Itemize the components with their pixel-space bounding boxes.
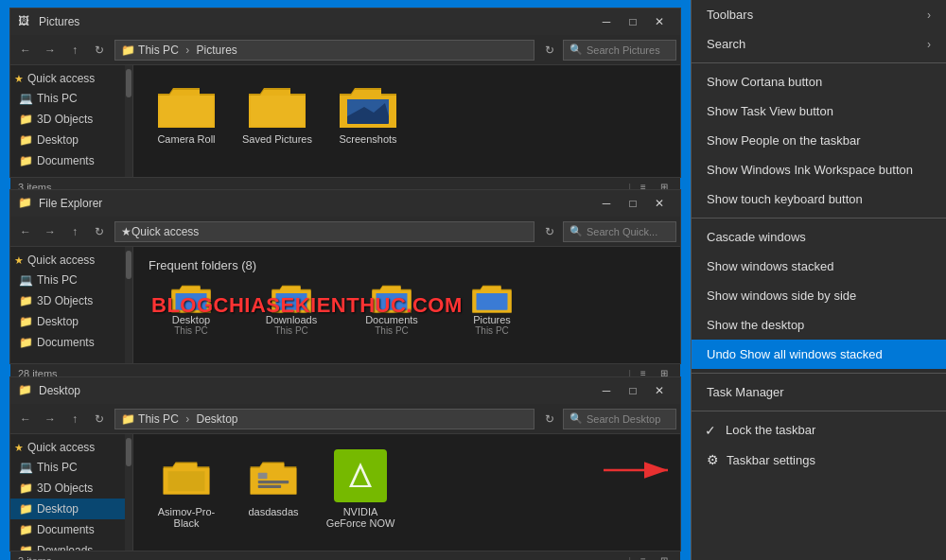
explorer-minimize-btn[interactable]: ─ bbox=[593, 190, 620, 217]
frequent-folder-downloads[interactable]: Downloads This PC bbox=[249, 280, 334, 336]
desktop-list-view-btn[interactable]: ≡ bbox=[635, 552, 652, 561]
desktop-address-bar[interactable]: 📁 This PC › Desktop bbox=[114, 409, 534, 429]
desktop-sidebar-quick-access[interactable]: ★ Quick access bbox=[10, 438, 132, 457]
menu-item-ink-workspace[interactable]: Show Windows Ink Workspace button bbox=[692, 155, 946, 184]
pictures-forward-btn[interactable]: → bbox=[39, 39, 61, 61]
menu-item-search[interactable]: Search › bbox=[692, 29, 946, 59]
pictures-window-icon: 🖼 bbox=[18, 14, 33, 29]
toolbars-arrow-icon: › bbox=[927, 9, 931, 22]
frequent-documents-sub: This PC bbox=[375, 325, 409, 336]
menu-item-task-manager[interactable]: Task Manager bbox=[692, 377, 946, 407]
explorer-sidebar-3dobjects[interactable]: 📁 3D Objects bbox=[10, 290, 132, 311]
pictures-refresh-btn[interactable]: ↻ bbox=[88, 39, 111, 61]
svg-rect-3 bbox=[176, 293, 207, 310]
menu-item-undo-stacked[interactable]: Undo Show all windows stacked bbox=[692, 340, 946, 369]
menu-search-label: Search bbox=[707, 37, 745, 51]
dasdasdas-folder-icon bbox=[247, 449, 300, 502]
desktop-search[interactable]: 🔍 Search Desktop bbox=[563, 409, 676, 429]
pictures-window-title: Pictures bbox=[39, 15, 79, 28]
explorer-address-refresh[interactable]: ↻ bbox=[538, 220, 561, 243]
sidebar-item-thispc[interactable]: 💻 This PC bbox=[10, 88, 132, 109]
desktop-up-btn[interactable]: ↑ bbox=[63, 408, 86, 430]
desktop-sidebar-downloads[interactable]: 📁 Downloads bbox=[10, 540, 132, 551]
explorer-sidebar-desktop[interactable]: 📁 Desktop bbox=[10, 311, 132, 332]
explorer-search[interactable]: 🔍 Search Quick... bbox=[563, 221, 676, 242]
desktop-back-btn[interactable]: ← bbox=[14, 408, 37, 430]
desktop-view-controls: | ≡ ⊞ bbox=[628, 552, 673, 561]
menu-item-side-by-side[interactable]: Show windows side by side bbox=[692, 281, 946, 310]
desktop-grid-view-btn[interactable]: ⊞ bbox=[656, 552, 673, 561]
menu-item-show-desktop[interactable]: Show the desktop bbox=[692, 310, 946, 340]
frequent-folder-desktop[interactable]: Desktop This PC bbox=[149, 280, 234, 336]
explorer-sidebar-quick-access[interactable]: ★ Quick access bbox=[10, 251, 132, 270]
desktop-search-placeholder: Search Desktop bbox=[587, 413, 660, 425]
explorer-up-btn[interactable]: ↑ bbox=[63, 220, 86, 243]
pictures-address-refresh[interactable]: ↻ bbox=[538, 39, 561, 61]
desktop-refresh-btn[interactable]: ↻ bbox=[88, 408, 111, 430]
pictures-search-placeholder: Search Pictures bbox=[587, 44, 660, 56]
sidebar-quick-access[interactable]: ★ Quick access bbox=[10, 69, 132, 88]
menu-item-people[interactable]: Show People on the taskbar bbox=[692, 126, 946, 155]
menu-item-stacked[interactable]: Show windows stacked bbox=[692, 252, 946, 281]
desktop-minimize-btn[interactable]: ─ bbox=[593, 377, 620, 404]
desktop-sidebar: ★ Quick access 💻 This PC 📁 3D Objects 📁 … bbox=[10, 434, 133, 551]
sidebar-item-3dobjects-label: 3D Objects bbox=[37, 113, 93, 126]
menu-item-touch-keyboard[interactable]: Show touch keyboard button bbox=[692, 184, 946, 214]
desktop-item-count: 3 items bbox=[18, 555, 51, 561]
menu-item-cortana[interactable]: Show Cortana button bbox=[692, 67, 946, 96]
explorer-forward-btn[interactable]: → bbox=[39, 220, 61, 243]
menu-task-manager-label: Task Manager bbox=[707, 385, 784, 399]
desktop-sidebar-desktop[interactable]: 📁 Desktop bbox=[10, 499, 132, 519]
folder-screenshots[interactable]: Screenshots bbox=[330, 80, 406, 145]
desktop-maximize-btn[interactable]: □ bbox=[620, 377, 646, 404]
desktop-item-nvidia[interactable]: NVIDIA GeForce NOW bbox=[323, 449, 398, 529]
desktop-forward-btn[interactable]: → bbox=[39, 408, 61, 430]
explorer-sidebar-thispc[interactable]: 💻 This PC bbox=[10, 270, 132, 290]
explorer-close-btn[interactable]: ✕ bbox=[646, 190, 673, 217]
desktop-item-asimov[interactable]: Asimov-Pro-Black bbox=[149, 449, 224, 529]
menu-side-label: Show windows side by side bbox=[707, 289, 856, 303]
sidebar-item-3dobjects[interactable]: 📁 3D Objects bbox=[10, 109, 132, 130]
desktop-sidebar-thispc[interactable]: 💻 This PC bbox=[10, 457, 132, 478]
explorer-refresh-btn[interactable]: ↻ bbox=[88, 220, 111, 243]
desktop-sidebar-3dobjects[interactable]: 📁 3D Objects bbox=[10, 478, 132, 499]
desktop-close-btn[interactable]: ✕ bbox=[646, 377, 673, 404]
pictures-minimize-btn[interactable]: ─ bbox=[593, 9, 620, 35]
pictures-window-controls: ─ □ ✕ bbox=[593, 9, 673, 35]
pictures-close-btn[interactable]: ✕ bbox=[646, 9, 673, 35]
menu-item-taskview[interactable]: Show Task View button bbox=[692, 96, 946, 126]
frequent-pictures-icon bbox=[471, 280, 513, 314]
pictures-up-btn[interactable]: ↑ bbox=[63, 39, 86, 61]
desktop-address-refresh[interactable]: ↻ bbox=[538, 408, 561, 430]
menu-item-lock-taskbar[interactable]: ✓ Lock the taskbar bbox=[692, 415, 946, 445]
menu-sep-1 bbox=[692, 62, 946, 63]
menu-item-cascade[interactable]: Cascade windows bbox=[692, 222, 946, 252]
desktop-item-dasdasdas[interactable]: dasdasdas bbox=[236, 449, 311, 529]
folder-saved-pictures[interactable]: Saved Pictures bbox=[239, 80, 315, 145]
pictures-search[interactable]: 🔍 Search Pictures bbox=[563, 40, 676, 61]
saved-pictures-label: Saved Pictures bbox=[242, 133, 312, 145]
explorer-sidebar: ★ Quick access 💻 This PC 📁 3D Objects 📁 … bbox=[10, 247, 133, 363]
menu-item-taskbar-settings[interactable]: ⚙ Taskbar settings bbox=[692, 445, 946, 475]
desktop-sidebar-documents[interactable]: 📁 Documents bbox=[10, 519, 132, 540]
frequent-pictures-sub: This PC bbox=[475, 325, 509, 336]
explorer-back-btn[interactable]: ← bbox=[14, 220, 37, 243]
pictures-address-text: 📁 This PC › Pictures bbox=[121, 44, 237, 57]
dasdasdas-label: dasdasdas bbox=[248, 506, 298, 517]
folder-camera-roll[interactable]: Camera Roll bbox=[149, 80, 224, 145]
sidebar-item-documents[interactable]: 📁 Documents bbox=[10, 150, 132, 171]
pictures-address-bar[interactable]: 📁 This PC › Pictures bbox=[114, 40, 534, 61]
menu-toolbars-label: Toolbars bbox=[707, 8, 753, 22]
pictures-back-btn[interactable]: ← bbox=[14, 39, 37, 61]
pictures-maximize-btn[interactable]: □ bbox=[620, 9, 646, 35]
menu-lock-label: Lock the taskbar bbox=[726, 423, 815, 437]
explorer-sidebar-documents[interactable]: 📁 Documents bbox=[10, 332, 132, 353]
frequent-folder-pictures[interactable]: Pictures This PC bbox=[449, 280, 534, 336]
explorer-maximize-btn[interactable]: □ bbox=[620, 190, 646, 217]
explorer-address-bar[interactable]: ★ Quick access bbox=[114, 221, 534, 242]
sidebar-item-desktop[interactable]: 📁 Desktop bbox=[10, 130, 132, 150]
frequent-folder-documents[interactable]: Documents This PC bbox=[349, 280, 434, 336]
menu-item-toolbars[interactable]: Toolbars › bbox=[692, 0, 946, 29]
explorer-title-bar: 📁 File Explorer ─ □ ✕ bbox=[10, 190, 680, 217]
menu-cascade-label: Cascade windows bbox=[707, 230, 806, 244]
